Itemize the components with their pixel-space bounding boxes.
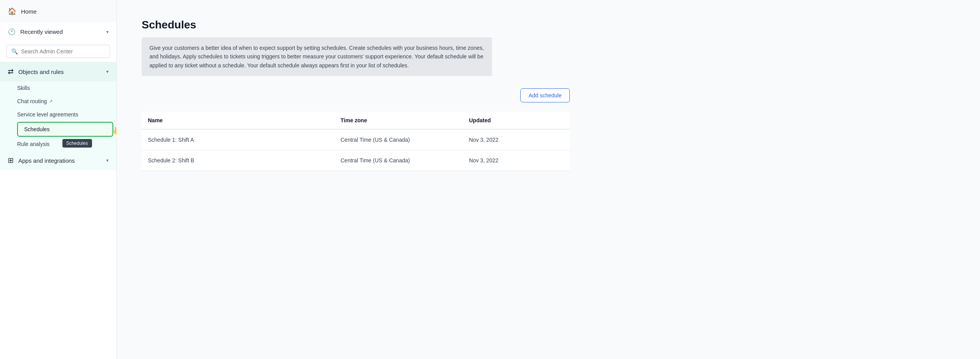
sidebar-item-rule-analysis[interactable]: Rule analysis: [17, 137, 116, 151]
cell-updated: Nov 3, 2022: [463, 129, 570, 150]
toolbar: Add schedule: [142, 88, 570, 102]
sidebar: 🏠 Home 🕐 Recently viewed ▾ 🔍 ⇄ Objects a…: [0, 0, 117, 359]
sidebar-home-label: Home: [21, 8, 37, 15]
objects-rules-section: ⇄ Objects and rules ▾ Skills Chat routin…: [0, 62, 116, 151]
sidebar-item-skills[interactable]: Skills: [17, 81, 116, 95]
skills-label: Skills: [17, 85, 30, 91]
service-level-label: Service level agreements: [17, 111, 78, 118]
clock-icon: 🕐: [8, 28, 16, 35]
recently-viewed-label: Recently viewed: [20, 28, 63, 35]
table-body: Schedule 1: Shift A Central Time (US & C…: [142, 129, 570, 171]
sidebar-item-schedules[interactable]: Schedules 👆 Schedules: [17, 122, 113, 137]
col-header-timezone: Time zone: [334, 112, 463, 129]
home-icon: 🏠: [8, 7, 16, 16]
recently-viewed-chevron-icon: ▾: [106, 29, 109, 35]
table-row[interactable]: Schedule 1: Shift A Central Time (US & C…: [142, 129, 570, 150]
schedules-table: Name Time zone Updated Schedule 1: Shift…: [142, 112, 570, 171]
apps-integrations-header[interactable]: ⊞ Apps and integrations ▾: [0, 151, 116, 170]
objects-rules-header[interactable]: ⇄ Objects and rules ▾: [0, 62, 116, 81]
main-content: Schedules Give your customers a better i…: [117, 0, 980, 359]
table-row[interactable]: Schedule 2: Shift B Central Time (US & C…: [142, 150, 570, 171]
cursor-icon: 👆: [112, 127, 117, 135]
apps-icon: ⊞: [8, 156, 14, 165]
external-link-icon: ↗: [49, 99, 53, 104]
objects-rules-label: Objects and rules: [18, 69, 64, 75]
sidebar-item-home[interactable]: 🏠 Home: [0, 0, 116, 23]
table-header-row: Name Time zone Updated: [142, 112, 570, 129]
objects-rules-sub-items: Skills Chat routing ↗ Service level agre…: [0, 81, 116, 151]
page-description: Give your customers a better idea of whe…: [142, 37, 492, 76]
schedules-label: Schedules: [24, 126, 49, 132]
recently-viewed-left: 🕐 Recently viewed: [8, 28, 63, 35]
cell-name: Schedule 2: Shift B: [142, 150, 334, 171]
add-schedule-button[interactable]: Add schedule: [520, 88, 570, 102]
apps-integrations-label: Apps and integrations: [18, 157, 75, 164]
col-header-updated: Updated: [463, 112, 570, 129]
objects-rules-left: ⇄ Objects and rules: [8, 67, 64, 76]
sidebar-recently-viewed[interactable]: 🕐 Recently viewed ▾: [0, 23, 116, 41]
objects-rules-chevron-icon: ▾: [106, 69, 109, 74]
page-title: Schedules: [142, 19, 955, 31]
search-box: 🔍: [6, 45, 110, 58]
search-container: 🔍: [0, 41, 116, 62]
cell-updated: Nov 3, 2022: [463, 150, 570, 171]
apps-integrations-section: ⊞ Apps and integrations ▾: [0, 151, 116, 170]
rule-analysis-label: Rule analysis: [17, 141, 49, 147]
cell-timezone: Central Time (US & Canada): [334, 150, 463, 171]
apps-integrations-left: ⊞ Apps and integrations: [8, 156, 75, 165]
chat-routing-label: Chat routing: [17, 98, 47, 104]
col-header-name: Name: [142, 112, 334, 129]
apps-integrations-chevron-icon: ▾: [106, 158, 109, 163]
routes-icon: ⇄: [8, 67, 14, 76]
sidebar-item-chat-routing[interactable]: Chat routing ↗: [17, 95, 116, 108]
table-header: Name Time zone Updated: [142, 112, 570, 129]
search-icon: 🔍: [11, 48, 18, 55]
cell-name: Schedule 1: Shift A: [142, 129, 334, 150]
search-input[interactable]: [21, 48, 105, 55]
cell-timezone: Central Time (US & Canada): [334, 129, 463, 150]
sidebar-item-service-level[interactable]: Service level agreements: [17, 108, 116, 121]
